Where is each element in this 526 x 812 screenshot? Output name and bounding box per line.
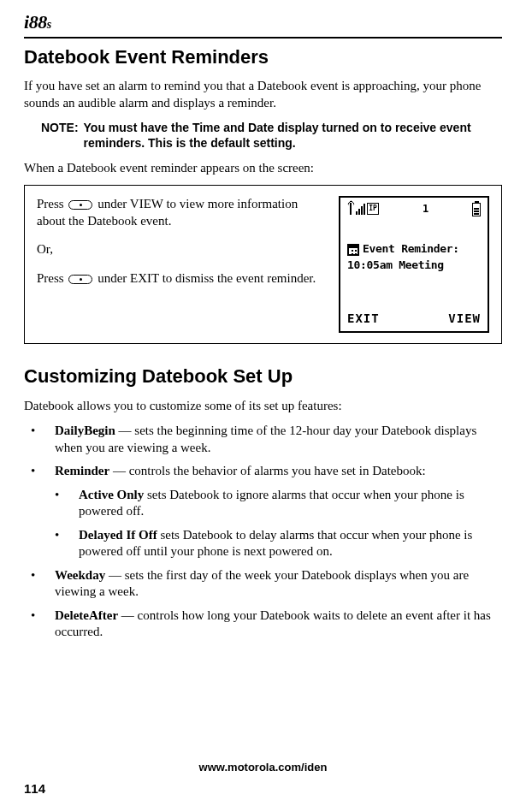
instruction-line2: Press under EXIT to dismiss the event re… [37, 270, 328, 287]
softkey-icon [68, 200, 92, 210]
signal-bars-icon [356, 204, 365, 215]
section2-intro: Datebook allows you to customize some of… [24, 398, 502, 415]
brand-logo: i88s [24, 10, 502, 35]
event-content: Event Reminder: 10:05am Meeting [347, 242, 481, 273]
instr-l2a: Press [37, 271, 67, 285]
list-item: Weekday — sets the first day of the week… [24, 567, 502, 601]
calendar-icon [347, 244, 359, 256]
softkey-row: EXIT VIEW [347, 311, 481, 326]
desc: — sets the beginning time of the 12-hour… [55, 424, 476, 454]
event-detail: 10:05am Meeting [347, 258, 481, 273]
event-title-row: Event Reminder: [347, 242, 481, 257]
brand-model: 88 [29, 11, 47, 33]
feature-list: DailyBegin — sets the beginning time of … [24, 423, 502, 480]
instruction-line1: Press under VIEW to view more informatio… [37, 196, 328, 229]
left-softkey-label: EXIT [347, 311, 380, 326]
feature-list-cont: Weekday — sets the first day of the week… [24, 567, 502, 641]
term: DeleteAfter [55, 608, 118, 622]
battery-icon [472, 203, 481, 216]
brand-suffix: s [47, 18, 51, 31]
term: DailyBegin [55, 424, 115, 437]
antenna-icon [347, 203, 354, 215]
section2-heading: Customizing Datebook Set Up [24, 365, 502, 389]
list-item: DeleteAfter — controls how long your Dat… [24, 608, 502, 641]
term: Reminder [55, 464, 109, 477]
top-rule [24, 37, 502, 39]
instruction-text: Press under VIEW to view more informatio… [37, 196, 328, 299]
section1-p1: If you have set an alarm to remind you t… [24, 78, 502, 111]
note-label: NOTE: [41, 120, 79, 151]
list-item: Active Only sets Datebook to ignore alar… [48, 487, 502, 520]
term: Delayed If Off [79, 528, 157, 542]
desc: — controls how long your Datebook waits … [55, 608, 491, 639]
instruction-box: Press under VIEW to view more informatio… [24, 185, 502, 344]
section1-p2: When a Datebook event reminder appears o… [24, 160, 502, 177]
instr-l1a: Press [37, 197, 67, 210]
status-bar: IP 1 [347, 203, 481, 222]
instruction-or: Or, [37, 241, 328, 258]
list-item: DailyBegin — sets the beginning time of … [24, 423, 502, 456]
sub-feature-list: Active Only sets Datebook to ignore alar… [48, 487, 502, 560]
instr-l2b: under EXIT to dismiss the event reminder… [94, 271, 316, 285]
section1-heading: Datebook Event Reminders [24, 45, 502, 70]
ip-icon: IP [367, 203, 379, 215]
page-footer: www.motorola.com/iden 114 [24, 761, 502, 797]
event-label: Event Reminder: [363, 242, 459, 257]
status-left: IP [347, 203, 379, 215]
softkey-icon [68, 275, 92, 284]
list-item: Delayed If Off sets Datebook to delay al… [48, 527, 502, 560]
term: Active Only [79, 488, 144, 501]
page-number: 114 [24, 780, 502, 797]
right-softkey-label: VIEW [448, 311, 481, 326]
phone-screen: IP 1 Event Reminder: 10:05am Meeting EXI… [339, 196, 489, 333]
desc: — sets the first day of the week your Da… [55, 568, 469, 599]
footer-url: www.motorola.com/iden [24, 761, 502, 775]
line-indicator-icon: 1 [423, 203, 428, 216]
term: Weekday [55, 568, 105, 582]
note-body: You must have the Time and Date display … [84, 120, 502, 151]
list-item: Reminder — controls the behavior of alar… [24, 463, 502, 480]
desc: — controls the behavior of alarms you ha… [109, 464, 426, 477]
note-block: NOTE: You must have the Time and Date di… [41, 120, 502, 151]
